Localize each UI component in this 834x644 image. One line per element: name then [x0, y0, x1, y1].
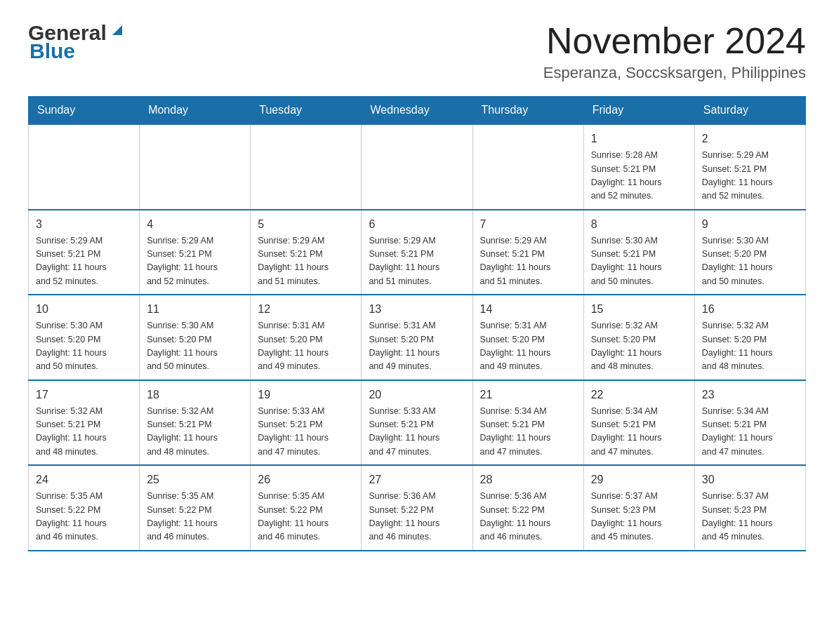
day-number: 27 — [369, 471, 465, 488]
calendar-day-cell: 17Sunrise: 5:32 AMSunset: 5:21 PMDayligh… — [29, 380, 140, 466]
calendar-empty-cell — [251, 124, 362, 210]
calendar-day-cell: 22Sunrise: 5:34 AMSunset: 5:21 PMDayligh… — [583, 380, 694, 466]
day-info: Sunrise: 5:37 AMSunset: 5:23 PMDaylight:… — [591, 490, 687, 544]
day-info: Sunrise: 5:31 AMSunset: 5:20 PMDaylight:… — [258, 319, 354, 374]
day-info: Sunrise: 5:36 AMSunset: 5:22 PMDaylight:… — [369, 490, 465, 544]
day-number: 23 — [702, 387, 798, 403]
day-number: 4 — [147, 216, 243, 233]
day-number: 10 — [36, 301, 132, 318]
calendar-week-row: 1Sunrise: 5:28 AMSunset: 5:21 PMDaylight… — [29, 124, 806, 210]
svg-marker-0 — [112, 25, 122, 35]
calendar-day-cell: 12Sunrise: 5:31 AMSunset: 5:20 PMDayligh… — [251, 295, 362, 380]
calendar-day-cell: 18Sunrise: 5:32 AMSunset: 5:21 PMDayligh… — [140, 380, 251, 466]
day-number: 6 — [369, 216, 465, 233]
day-number: 30 — [702, 471, 798, 488]
day-number: 3 — [36, 216, 132, 233]
calendar-day-cell: 25Sunrise: 5:35 AMSunset: 5:22 PMDayligh… — [140, 465, 251, 551]
calendar-week-row: 17Sunrise: 5:32 AMSunset: 5:21 PMDayligh… — [29, 380, 806, 466]
calendar-day-cell: 28Sunrise: 5:36 AMSunset: 5:22 PMDayligh… — [472, 465, 583, 551]
day-number: 2 — [702, 130, 798, 147]
day-number: 17 — [36, 387, 132, 403]
day-info: Sunrise: 5:36 AMSunset: 5:22 PMDaylight:… — [480, 490, 576, 544]
calendar-day-cell: 6Sunrise: 5:29 AMSunset: 5:21 PMDaylight… — [362, 210, 472, 295]
weekday-header-saturday: Saturday — [694, 97, 805, 125]
calendar-day-cell: 21Sunrise: 5:34 AMSunset: 5:21 PMDayligh… — [472, 380, 583, 466]
weekday-header-tuesday: Tuesday — [251, 97, 362, 125]
calendar-day-cell: 27Sunrise: 5:36 AMSunset: 5:22 PMDayligh… — [362, 465, 472, 551]
day-info: Sunrise: 5:33 AMSunset: 5:21 PMDaylight:… — [258, 405, 354, 459]
calendar-table: SundayMondayTuesdayWednesdayThursdayFrid… — [28, 96, 806, 551]
day-info: Sunrise: 5:32 AMSunset: 5:21 PMDaylight:… — [147, 405, 243, 459]
day-number: 29 — [591, 471, 687, 488]
day-info: Sunrise: 5:35 AMSunset: 5:22 PMDaylight:… — [36, 490, 132, 544]
calendar-day-cell: 8Sunrise: 5:30 AMSunset: 5:21 PMDaylight… — [583, 210, 694, 295]
day-info: Sunrise: 5:37 AMSunset: 5:23 PMDaylight:… — [702, 490, 798, 544]
day-info: Sunrise: 5:33 AMSunset: 5:21 PMDaylight:… — [369, 405, 465, 459]
calendar-day-cell: 11Sunrise: 5:30 AMSunset: 5:20 PMDayligh… — [140, 295, 251, 380]
logo-blue-text: Blue — [28, 39, 75, 63]
calendar-week-row: 10Sunrise: 5:30 AMSunset: 5:20 PMDayligh… — [29, 295, 806, 380]
day-info: Sunrise: 5:29 AMSunset: 5:21 PMDaylight:… — [480, 234, 576, 289]
day-number: 28 — [480, 471, 576, 488]
day-number: 12 — [258, 301, 354, 318]
calendar-week-row: 3Sunrise: 5:29 AMSunset: 5:21 PMDaylight… — [29, 210, 806, 295]
logo-triangle-icon — [110, 22, 125, 41]
calendar-empty-cell — [29, 124, 140, 210]
day-info: Sunrise: 5:31 AMSunset: 5:20 PMDaylight:… — [480, 319, 576, 374]
day-info: Sunrise: 5:30 AMSunset: 5:20 PMDaylight:… — [147, 319, 243, 374]
calendar-day-cell: 9Sunrise: 5:30 AMSunset: 5:20 PMDaylight… — [694, 210, 805, 295]
day-info: Sunrise: 5:35 AMSunset: 5:22 PMDaylight:… — [147, 490, 243, 544]
day-number: 21 — [480, 387, 576, 403]
day-number: 11 — [147, 301, 243, 318]
day-info: Sunrise: 5:34 AMSunset: 5:21 PMDaylight:… — [702, 405, 798, 459]
day-number: 9 — [702, 216, 798, 233]
day-info: Sunrise: 5:32 AMSunset: 5:20 PMDaylight:… — [702, 319, 798, 374]
day-number: 26 — [258, 471, 354, 488]
calendar-day-cell: 23Sunrise: 5:34 AMSunset: 5:21 PMDayligh… — [694, 380, 805, 466]
day-number: 22 — [591, 387, 687, 403]
day-number: 13 — [369, 301, 465, 318]
calendar-day-cell: 30Sunrise: 5:37 AMSunset: 5:23 PMDayligh… — [694, 465, 805, 551]
day-info: Sunrise: 5:29 AMSunset: 5:21 PMDaylight:… — [258, 234, 354, 289]
calendar-day-cell: 4Sunrise: 5:29 AMSunset: 5:21 PMDaylight… — [140, 210, 251, 295]
weekday-header-thursday: Thursday — [472, 97, 583, 125]
day-number: 16 — [702, 301, 798, 318]
day-number: 1 — [591, 130, 687, 147]
day-info: Sunrise: 5:31 AMSunset: 5:20 PMDaylight:… — [369, 319, 465, 374]
day-info: Sunrise: 5:32 AMSunset: 5:20 PMDaylight:… — [591, 319, 687, 374]
calendar-day-cell: 13Sunrise: 5:31 AMSunset: 5:20 PMDayligh… — [362, 295, 472, 380]
weekday-header-row: SundayMondayTuesdayWednesdayThursdayFrid… — [29, 97, 806, 125]
day-number: 14 — [480, 301, 576, 318]
calendar-day-cell: 20Sunrise: 5:33 AMSunset: 5:21 PMDayligh… — [362, 380, 472, 466]
calendar-day-cell: 10Sunrise: 5:30 AMSunset: 5:20 PMDayligh… — [29, 295, 140, 380]
weekday-header-sunday: Sunday — [29, 97, 140, 125]
day-number: 19 — [258, 387, 354, 403]
day-number: 24 — [36, 471, 132, 488]
calendar-day-cell: 14Sunrise: 5:31 AMSunset: 5:20 PMDayligh… — [472, 295, 583, 380]
calendar-day-cell: 1Sunrise: 5:28 AMSunset: 5:21 PMDaylight… — [583, 124, 694, 210]
day-info: Sunrise: 5:29 AMSunset: 5:21 PMDaylight:… — [147, 234, 243, 289]
day-info: Sunrise: 5:35 AMSunset: 5:22 PMDaylight:… — [258, 490, 354, 544]
day-number: 25 — [147, 471, 243, 488]
calendar-empty-cell — [472, 124, 583, 210]
day-number: 20 — [369, 387, 465, 403]
day-number: 18 — [147, 387, 243, 403]
day-info: Sunrise: 5:29 AMSunset: 5:21 PMDaylight:… — [369, 234, 465, 289]
calendar-day-cell: 19Sunrise: 5:33 AMSunset: 5:21 PMDayligh… — [251, 380, 362, 466]
location-title: Esperanza, Soccsksargen, Philippines — [543, 64, 806, 82]
calendar-day-cell: 29Sunrise: 5:37 AMSunset: 5:23 PMDayligh… — [583, 465, 694, 551]
page-header: General Blue November 2024 Esperanza, So… — [28, 21, 806, 82]
weekday-header-friday: Friday — [583, 97, 694, 125]
calendar-empty-cell — [362, 124, 472, 210]
weekday-header-wednesday: Wednesday — [362, 97, 472, 125]
calendar-day-cell: 26Sunrise: 5:35 AMSunset: 5:22 PMDayligh… — [251, 465, 362, 551]
calendar-day-cell: 24Sunrise: 5:35 AMSunset: 5:22 PMDayligh… — [29, 465, 140, 551]
calendar-day-cell: 5Sunrise: 5:29 AMSunset: 5:21 PMDaylight… — [251, 210, 362, 295]
calendar-day-cell: 2Sunrise: 5:29 AMSunset: 5:21 PMDaylight… — [694, 124, 805, 210]
day-info: Sunrise: 5:34 AMSunset: 5:21 PMDaylight:… — [591, 405, 687, 459]
day-number: 7 — [480, 216, 576, 233]
calendar-week-row: 24Sunrise: 5:35 AMSunset: 5:22 PMDayligh… — [29, 465, 806, 551]
calendar-empty-cell — [140, 124, 251, 210]
calendar-day-cell: 15Sunrise: 5:32 AMSunset: 5:20 PMDayligh… — [583, 295, 694, 380]
day-info: Sunrise: 5:28 AMSunset: 5:21 PMDaylight:… — [591, 149, 687, 203]
